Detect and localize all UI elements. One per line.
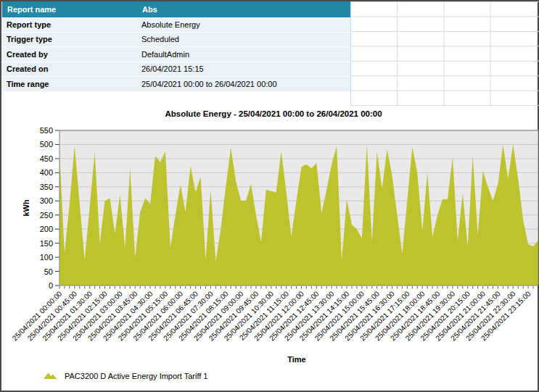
y-tick-label: 250: [40, 211, 53, 220]
legend-label: PAC3200 D Active Energy Import Tariff 1: [65, 372, 207, 380]
y-tick-label: 200: [40, 225, 53, 233]
report-meta-row[interactable]: Created by DefaultAdmin: [1, 47, 350, 62]
y-tick-label: 300: [40, 196, 53, 205]
y-tick-label: 0: [49, 281, 53, 290]
y-tick-label: 550: [40, 126, 53, 135]
meta-label-cell[interactable]: Time range: [1, 80, 141, 88]
meta-label-cell[interactable]: Created on: [1, 64, 141, 73]
meta-value-cell[interactable]: Abs: [142, 5, 350, 14]
report-table-header[interactable]: Report name Abs: [1, 1, 350, 17]
report-meta-row[interactable]: Report type Absolute Energy: [1, 17, 350, 33]
report-meta-row[interactable]: Trigger type Scheduled: [1, 33, 350, 48]
meta-label-cell[interactable]: Report name: [2, 5, 142, 14]
y-tick-label: 500: [40, 140, 53, 149]
report-window: Report name Abs Report type Absolute Ene…: [0, 0, 539, 392]
x-axis-title: Time: [287, 355, 305, 364]
meta-label-cell[interactable]: Created by: [1, 50, 141, 59]
spreadsheet-grid[interactable]: [350, 1, 539, 106]
report-meta-table: Report name Abs Report type Absolute Ene…: [1, 1, 350, 92]
chart-title: Absolute Energy - 25/04/2021 00:00 to 26…: [165, 109, 382, 118]
meta-label-cell[interactable]: Report type: [1, 20, 141, 29]
y-axis-title: kWh: [22, 199, 30, 217]
report-meta-row[interactable]: Time range 25/04/2021 00:00 to 26/04/202…: [1, 77, 350, 92]
meta-value-cell[interactable]: 26/04/2021 15:15: [141, 64, 350, 73]
y-tick-label: 150: [40, 239, 53, 248]
report-meta-row[interactable]: Created on 26/04/2021 15:15: [1, 62, 350, 78]
absolute-energy-area-chart: Absolute Energy - 25/04/2021 00:00 to 26…: [1, 107, 539, 392]
meta-label-cell[interactable]: Trigger type: [1, 35, 141, 43]
y-tick-label: 350: [40, 183, 53, 191]
meta-value-cell[interactable]: Absolute Energy: [141, 20, 350, 29]
y-tick-label: 400: [40, 168, 53, 177]
legend-area-icon: [44, 373, 57, 380]
y-tick-label: 100: [40, 253, 53, 262]
meta-value-cell[interactable]: DefaultAdmin: [141, 50, 350, 59]
meta-value-cell[interactable]: 25/04/2021 00:00 to 26/04/2021 00:00: [141, 80, 350, 88]
y-tick-label: 450: [40, 154, 53, 163]
meta-value-cell[interactable]: Scheduled: [141, 35, 350, 43]
y-tick-label: 50: [44, 267, 53, 276]
